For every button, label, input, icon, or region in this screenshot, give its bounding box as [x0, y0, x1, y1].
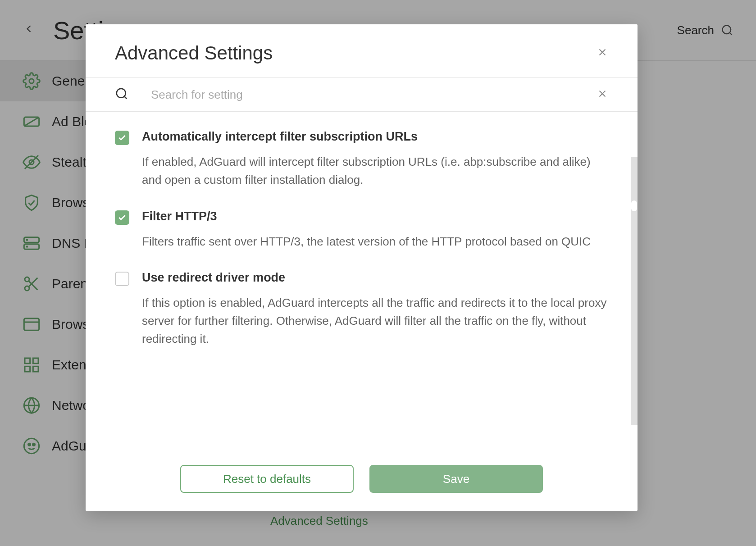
modal-title: Advanced Settings [115, 42, 273, 64]
close-icon [597, 88, 608, 100]
save-button[interactable]: Save [369, 465, 543, 493]
setting-title: Filter HTTP/3 [142, 209, 608, 223]
setting-description: If enabled, AdGuard will intercept filte… [142, 153, 608, 189]
check-icon [118, 133, 127, 142]
setting-description: Filters traffic sent over HTTP/3, the la… [142, 232, 608, 250]
settings-search-input[interactable] [151, 88, 574, 102]
reset-to-defaults-button[interactable]: Reset to defaults [180, 465, 354, 493]
setting-row-redirect-driver: Use redirect driver mode If this option … [115, 271, 608, 348]
modal-footer: Reset to defaults Save [86, 456, 638, 511]
checkbox-intercept-urls[interactable] [115, 131, 129, 145]
setting-content: Filter HTTP/3 Filters traffic sent over … [142, 209, 608, 250]
checkbox-redirect-driver[interactable] [115, 272, 129, 286]
modal-search-bar [86, 78, 638, 112]
modal-header: Advanced Settings [86, 24, 638, 78]
modal-close-button[interactable] [597, 45, 608, 62]
setting-row-filter-http3: Filter HTTP/3 Filters traffic sent over … [115, 209, 608, 250]
svg-point-28 [117, 89, 126, 98]
setting-content: Use redirect driver mode If this option … [142, 271, 608, 348]
advanced-settings-modal: Advanced Settings Automatically intercep… [86, 24, 638, 511]
svg-line-29 [124, 96, 127, 99]
clear-search-button[interactable] [597, 88, 608, 101]
setting-title: Use redirect driver mode [142, 271, 608, 285]
check-icon [118, 213, 127, 222]
modal-body: Automatically intercept filter subscript… [86, 112, 638, 456]
close-icon [597, 46, 608, 58]
setting-content: Automatically intercept filter subscript… [142, 130, 608, 189]
setting-description: If this option is enabled, AdGuard inter… [142, 294, 608, 348]
setting-row-intercept-urls: Automatically intercept filter subscript… [115, 130, 608, 189]
setting-title: Automatically intercept filter subscript… [142, 130, 608, 144]
checkbox-filter-http3[interactable] [115, 210, 129, 225]
search-icon [115, 87, 128, 102]
